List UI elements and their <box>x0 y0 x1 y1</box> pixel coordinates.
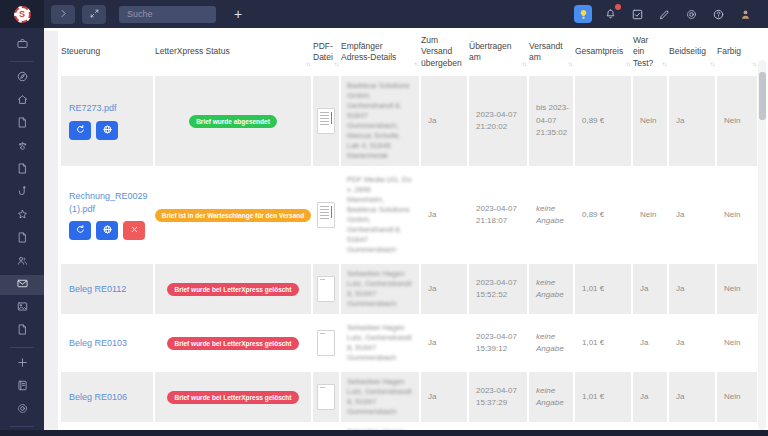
sidebar-item-briefcase[interactable] <box>0 35 44 55</box>
sort-icon[interactable]: ↑↓ <box>626 61 630 69</box>
sidebar-item-plus[interactable] <box>0 354 44 374</box>
status-badge: Brief wurde bei LetterXpress gelöscht <box>167 337 298 350</box>
delete-button[interactable] <box>123 221 145 240</box>
cell-gesamtpreis: 0,89 € <box>575 76 631 166</box>
topbar-right-icons <box>574 5 754 23</box>
bell-icon[interactable] <box>601 5 619 23</box>
cell-versandt-am: keine Angabe <box>529 170 573 260</box>
column-header-letterxpress-status[interactable]: LetterXpress Status↑↓ <box>155 30 311 74</box>
sidebar <box>0 28 44 430</box>
delete-icon <box>129 223 140 238</box>
chevron-right-button[interactable] <box>51 5 75 24</box>
column-header-versandt-am[interactable]: Versandt am↑↓ <box>529 30 573 74</box>
check-square-icon[interactable] <box>628 5 646 23</box>
column-label: Versandt am <box>529 41 566 63</box>
column-header-farbig[interactable]: Farbig↑↓ <box>717 30 757 74</box>
add-button[interactable]: + <box>234 7 242 21</box>
cell-uebertragen-am: 2023-04-07 15:52:52 <box>469 264 527 314</box>
pdf-file-link[interactable]: RE7273.pdf <box>69 102 117 114</box>
cell-versandt-am: keine Angabe <box>529 372 573 422</box>
sidebar-item-document[interactable] <box>0 160 44 180</box>
sort-icon[interactable]: ↑↓ <box>662 61 666 69</box>
globe-button[interactable] <box>96 221 118 240</box>
refresh-button[interactable] <box>69 121 91 140</box>
address-blurred-text: Baddeus Solutions GmbH, Gerberstrandt 8,… <box>347 81 410 162</box>
lightbulb-icon[interactable] <box>574 5 592 23</box>
column-header-war-ein-test[interactable]: War ein Test?↑↓ <box>633 30 667 74</box>
cell-steuerung: Beleg RE0112 <box>61 264 153 314</box>
column-header-beidseitig[interactable]: Beidseitig↑↓ <box>669 30 715 74</box>
cell-letterxpress-status: Brief ist in der Warteschlange für den V… <box>155 170 311 260</box>
column-header-bertragen-am[interactable]: Übertragen am↑↓ <box>469 30 527 74</box>
expand-button[interactable] <box>82 5 106 24</box>
cell-empfaenger-adress-details: Sebastian Hagen Lutz, Gerberstrandt 8, 5… <box>341 372 419 422</box>
sort-icon[interactable]: ↑↓ <box>752 61 756 69</box>
help-icon[interactable] <box>709 5 727 23</box>
sidebar-item-document[interactable] <box>0 321 44 341</box>
sidebar-divider <box>10 61 34 62</box>
sidebar-item-compass[interactable] <box>0 68 44 88</box>
cell-letterxpress-status: Brief wurde bei LetterXpress gelöscht <box>155 318 311 368</box>
address-blurred-text: Sebastian Hagen Lutz, Gerberstrandt 8, 5… <box>347 269 412 310</box>
vertical-scrollbar[interactable] <box>758 60 766 430</box>
column-label: LetterXpress Status <box>155 46 230 57</box>
plus-icon <box>16 355 29 373</box>
pdf-thumbnail[interactable] <box>317 202 335 228</box>
globe-button[interactable] <box>96 121 118 140</box>
pencil-icon[interactable] <box>655 5 673 23</box>
sidebar-item-gear[interactable] <box>0 400 44 420</box>
left-gutter <box>44 31 58 430</box>
pdf-thumbnail[interactable] <box>317 330 335 356</box>
sidebar-item-users[interactable] <box>0 252 44 272</box>
cell-versandt-am: keine Angabe <box>529 264 573 314</box>
sidebar-item-document[interactable] <box>0 229 44 249</box>
column-header-gesamtpreis[interactable]: Gesamtpreis↑↓ <box>575 30 631 74</box>
sort-icon[interactable]: ↑↓ <box>568 61 572 69</box>
app-logo[interactable]: S <box>14 6 31 23</box>
sidebar-item-star[interactable] <box>0 206 44 226</box>
sidebar-item-image[interactable] <box>0 298 44 318</box>
search-input[interactable] <box>119 6 216 23</box>
sidebar-divider <box>10 426 34 427</box>
refresh-button[interactable] <box>69 221 91 240</box>
column-header-empf-nger-adress-details[interactable]: Empfänger Adress-Details↑↓ <box>341 30 419 74</box>
table-row: Beleg RE0112Brief wurde bei LetterXpress… <box>61 264 757 314</box>
sidebar-item-document[interactable] <box>0 114 44 134</box>
column-header-zum-versand-bergeben: Zum Versand übergeben <box>421 30 467 74</box>
gear-icon[interactable] <box>682 5 700 23</box>
column-label: Farbig <box>717 46 741 57</box>
sort-icon[interactable]: ↑↓ <box>710 61 714 69</box>
user-icon[interactable] <box>736 5 754 23</box>
pdf-thumbnail[interactable] <box>317 108 335 134</box>
cell-zum-versand: Ja <box>421 318 467 368</box>
scrollbar-thumb[interactable] <box>759 72 766 120</box>
pdf-thumbnail[interactable] <box>317 276 335 302</box>
cell-beidseitig: Ja <box>669 76 715 166</box>
cell-gesamtpreis: 1,01 € <box>575 264 631 314</box>
paw-icon <box>16 138 29 156</box>
sidebar-item-mail[interactable] <box>0 275 44 295</box>
sidebar-item-paw[interactable] <box>0 137 44 157</box>
pdf-file-link[interactable]: Beleg RE0103 <box>69 337 127 349</box>
cell-zum-versand: Ja <box>421 372 467 422</box>
sort-icon[interactable]: ↑↓ <box>522 61 526 69</box>
cell-versandt-am: keine Angabe <box>529 318 573 368</box>
cell-letterxpress-status: Brief wurde abgesendet <box>155 76 311 166</box>
cell-beidseitig: Ja <box>669 170 715 260</box>
sidebar-item-journal[interactable] <box>0 377 44 397</box>
main-content: SteuerungLetterXpress Status↑↓PDF-Datei↑… <box>44 28 768 430</box>
cell-farbig: Nein <box>717 76 757 166</box>
cell-empfaenger-adress-details: Baddeus Solutions GmbH, Gerberstrandt 8,… <box>341 76 419 166</box>
sidebar-item-home[interactable] <box>0 91 44 111</box>
sort-icon[interactable]: ↑↓ <box>414 61 418 69</box>
sort-icon[interactable]: ↑↓ <box>334 61 338 69</box>
pdf-file-link[interactable]: Beleg RE0112 <box>69 283 126 295</box>
pdf-file-link[interactable]: Rechnung_RE0029 (1).pdf <box>69 190 149 214</box>
sidebar-item-hook[interactable] <box>0 183 44 203</box>
pdf-thumbnail[interactable] <box>317 384 335 410</box>
column-header-pdf-datei[interactable]: PDF-Datei↑↓ <box>313 30 339 74</box>
cell-war-ein-test: Nein <box>633 170 667 260</box>
sort-icon[interactable]: ↑↓ <box>306 61 310 69</box>
cell-war-ein-test: Ja <box>633 264 667 314</box>
pdf-file-link[interactable]: Beleg RE0106 <box>69 391 127 403</box>
